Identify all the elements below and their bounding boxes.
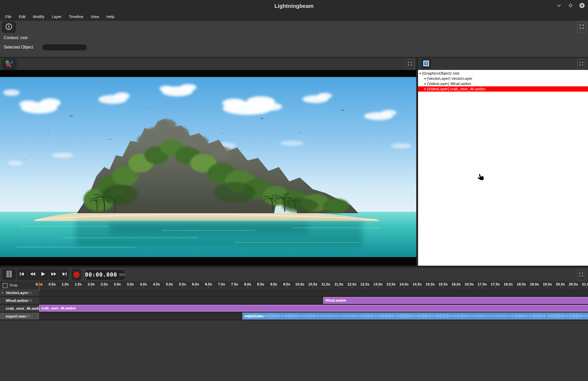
ruler-tick [237, 288, 237, 289]
tree-expand-icon[interactable]: ▼ [424, 88, 426, 91]
record-button[interactable] [71, 269, 81, 280]
ruler-tick [99, 288, 99, 289]
ruler-tick [115, 288, 115, 289]
tree-expand-icon[interactable]: ▼ [424, 82, 426, 85]
tree-expand-icon[interactable]: ▼ [424, 77, 426, 80]
window-title: Lightningbeam [0, 0, 588, 12]
ruler-tick [214, 288, 214, 289]
track-label-9final-webm[interactable]: 9final.webm[S] [0, 297, 39, 304]
ruler-tick-label: 15.5s [438, 282, 448, 286]
ruler-tick [159, 288, 159, 289]
menu-item-modify[interactable]: Modify [29, 13, 48, 20]
track-lane-2[interactable]: crab_rave_4k.webm [39, 305, 588, 312]
track-toggle[interactable] [32, 314, 37, 319]
ruler-tick [446, 288, 446, 289]
menu-item-file[interactable]: File [2, 13, 15, 20]
track-lane-0[interactable] [39, 289, 588, 296]
ruler-tick [289, 288, 290, 289]
track-name: VectorLayer [6, 290, 28, 295]
timeline-fullscreen-button[interactable] [577, 270, 585, 280]
menu-item-view[interactable]: View [87, 13, 103, 20]
timeline-ruler[interactable]: Snap 0.0s0.5s1.0s1.5s2.0s2.5s3.0s3.5s4.0… [0, 281, 588, 289]
ruler-tick [477, 288, 477, 289]
ruler-tick [417, 287, 417, 289]
ruler-tick [516, 288, 516, 289]
ruler-tick [420, 288, 420, 289]
ruler-tick [399, 288, 399, 289]
ruler-tick-label: 6.5s [205, 282, 212, 286]
tree-item[interactable]: ▼(GraphicsObject) root [418, 71, 588, 76]
track-type-badge: [S] [28, 299, 32, 302]
tree-item-label: (VectorLayer) VectorLayer [427, 76, 472, 81]
ruler-tick [253, 288, 253, 289]
transport-skip-end-button[interactable] [59, 269, 69, 280]
fullscreen-icon [408, 61, 412, 67]
collapse-icon[interactable]: ▼ [1, 291, 4, 294]
ruler-tick [404, 287, 404, 289]
ruler-tick [70, 288, 71, 289]
ruler-tick [211, 288, 211, 289]
info-fullscreen-button[interactable] [577, 21, 586, 33]
tree-item[interactable]: ▼(VideoLayer) crab_rave_4k.webm [418, 86, 588, 92]
stage-fullscreen-button[interactable] [406, 59, 414, 69]
menu-item-timeline[interactable]: Timeline [65, 13, 87, 20]
draw-shapes-button[interactable] [2, 58, 17, 70]
ruler-tick [354, 288, 355, 289]
track-labels: ▼VectorLayer[L]9final.webm[S]crab_rave_4… [0, 289, 39, 320]
transport-play-button[interactable] [38, 269, 48, 280]
ruler-tick [388, 288, 389, 289]
info-tool-button[interactable] [2, 21, 16, 33]
snap-checkbox[interactable] [3, 283, 8, 288]
transport-skip-start-button[interactable] [17, 269, 28, 280]
clip-export-wav[interactable]: export.wav [242, 313, 588, 319]
menu-item-help[interactable]: Help [103, 13, 118, 20]
track-label-export-wav[interactable]: export.wav[A] [0, 313, 39, 319]
track-type-badge: [L] [28, 291, 32, 294]
ruler-tick [326, 287, 326, 289]
maximize-button[interactable] [568, 3, 573, 9]
ruler-tick [308, 288, 308, 289]
info-icon [5, 23, 13, 31]
minimize-button[interactable] [556, 3, 562, 9]
tree-item[interactable]: ▼(VectorLayer) VectorLayer [418, 76, 588, 81]
objects-tool-button[interactable]: ? [421, 59, 431, 69]
ruler-tick [162, 288, 162, 289]
ruler-tick-label: 5.0s [166, 282, 173, 286]
ruler-tick [383, 288, 383, 289]
ruler-tick-label: 13.5s [386, 282, 395, 286]
stage-panel[interactable] [0, 58, 416, 266]
ruler-tick [117, 287, 118, 289]
close-button[interactable] [579, 3, 585, 9]
ruler-tick-label: 9.0s [270, 282, 277, 286]
track-label-crab-rave-4k-webm[interactable]: crab_rave_4k.webm[S] [0, 305, 39, 312]
track-lane-3[interactable]: export.wav [39, 313, 588, 319]
clip-9final-webm[interactable]: 9final.webm [323, 297, 588, 304]
ruler-tick-label: 17.0s [477, 282, 487, 286]
track-label-vectorlayer[interactable]: ▼VectorLayer[L] [0, 289, 39, 296]
playhead-line[interactable] [39, 282, 40, 291]
tree-expand-icon[interactable]: ▼ [419, 72, 421, 75]
ruler-scale[interactable]: 0.0s0.5s1.0s1.5s2.0s2.5s3.0s3.5s4.0s4.5s… [39, 281, 588, 289]
objects-fullscreen-button[interactable] [577, 59, 585, 69]
clip-crab-rave-4k-webm[interactable]: crab_rave_4k.webm [39, 305, 588, 312]
ruler-tick [50, 288, 50, 289]
window-controls [556, 0, 585, 12]
track-lane-1[interactable]: 9final.webm [39, 297, 588, 304]
transport-fast-forward-button[interactable] [48, 269, 59, 280]
ruler-tick [467, 288, 467, 289]
menu-item-layer[interactable]: Layer [48, 13, 65, 20]
ruler-tick [396, 288, 396, 289]
hand-cursor-icon [476, 173, 485, 183]
menu-item-edit[interactable]: Edit [15, 13, 29, 20]
ruler-tick [141, 288, 141, 289]
ruler-tick [532, 288, 532, 289]
tree-item[interactable]: ▼(VideoLayer) 9final.webm [418, 81, 588, 86]
selected-object-input[interactable] [42, 44, 87, 50]
ruler-tick [349, 288, 350, 289]
ruler-tick [281, 288, 282, 289]
transport-rewind-button[interactable] [28, 269, 38, 280]
ruler-tick [529, 288, 529, 289]
timeline-tool-button[interactable] [2, 269, 16, 280]
ruler-tick [360, 288, 360, 289]
chevron-down-icon [556, 3, 562, 9]
